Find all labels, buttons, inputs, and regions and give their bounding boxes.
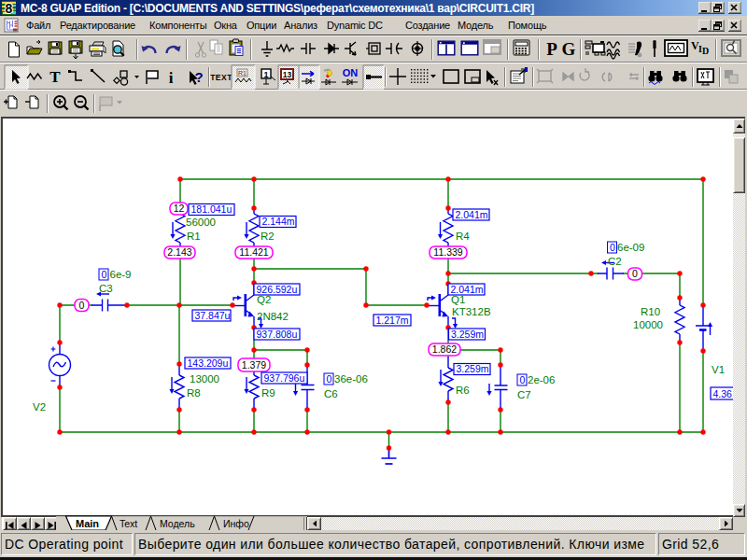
svg-text:Main: Main <box>76 518 99 529</box>
svg-text:0: 0 <box>520 374 526 385</box>
svg-text:36e-06: 36e-06 <box>334 373 368 385</box>
svg-text:Q1: Q1 <box>451 294 465 305</box>
svg-text:C7: C7 <box>517 389 531 400</box>
svg-text:R4: R4 <box>456 231 470 242</box>
svg-text:2.143: 2.143 <box>167 246 191 258</box>
svg-text:R9: R9 <box>261 387 275 399</box>
svg-text:T: T <box>49 68 61 86</box>
svg-text:1.379: 1.379 <box>242 359 266 371</box>
svg-text:11.421: 11.421 <box>239 246 268 258</box>
svg-text:V1: V1 <box>712 364 725 375</box>
svg-text:R6: R6 <box>456 385 470 396</box>
svg-text:0: 0 <box>610 242 615 253</box>
svg-text:i: i <box>169 69 174 87</box>
svg-text:11.339: 11.339 <box>433 246 462 258</box>
svg-text:1.217m: 1.217m <box>376 315 409 326</box>
svg-text:ON: ON <box>343 67 359 78</box>
svg-text:1: 1 <box>263 70 268 79</box>
svg-text:1.862: 1.862 <box>432 343 457 355</box>
svg-text:37.847u: 37.847u <box>195 310 231 321</box>
svg-text:937.796u: 937.796u <box>264 372 305 384</box>
svg-text:10000: 10000 <box>633 319 663 330</box>
svg-text:8: 8 <box>6 1 13 15</box>
svg-text:12: 12 <box>174 203 185 214</box>
svg-text:13: 13 <box>283 70 292 79</box>
svg-text:13000: 13000 <box>190 373 219 385</box>
svg-text:937.808u: 937.808u <box>257 329 298 340</box>
svg-text:56000: 56000 <box>186 217 216 228</box>
svg-text:2.041m: 2.041m <box>456 209 488 220</box>
svg-text:R10: R10 <box>641 306 660 317</box>
svg-text:2e-06: 2e-06 <box>528 374 555 385</box>
svg-text:R1: R1 <box>238 70 247 77</box>
svg-text:Инфо: Инфо <box>223 518 249 529</box>
svg-text:G: G <box>562 39 576 59</box>
svg-text:6e-09: 6e-09 <box>617 242 644 253</box>
svg-text:C3: C3 <box>99 283 113 294</box>
svg-text:Модель: Модель <box>160 518 195 529</box>
svg-text:V2: V2 <box>33 401 46 413</box>
svg-text:2N842: 2N842 <box>257 311 289 322</box>
svg-text:P: P <box>546 39 557 59</box>
svg-text:3.259m: 3.259m <box>451 329 484 340</box>
svg-text:0: 0 <box>632 268 638 279</box>
svg-text:R1: R1 <box>187 231 201 242</box>
svg-text:143.209u: 143.209u <box>188 357 229 369</box>
svg-text:R8: R8 <box>187 387 201 399</box>
svg-text:926.592u: 926.592u <box>257 284 298 295</box>
svg-text:C6: C6 <box>324 388 338 399</box>
svg-text:?: ? <box>194 69 203 85</box>
svg-text:0: 0 <box>102 269 107 280</box>
svg-text:181.041u: 181.041u <box>191 203 233 215</box>
svg-text:3.259m: 3.259m <box>457 363 489 374</box>
svg-text:0: 0 <box>79 300 85 311</box>
svg-text:Q2: Q2 <box>257 294 271 305</box>
svg-text:KT312B: KT312B <box>452 306 491 317</box>
svg-text:R2: R2 <box>261 231 275 242</box>
svg-text:4.36: 4.36 <box>713 388 733 399</box>
svg-text:C2: C2 <box>608 256 622 267</box>
svg-text:6e-9: 6e-9 <box>110 269 132 280</box>
svg-text:D: D <box>702 46 709 56</box>
svg-text:2.041m: 2.041m <box>451 284 484 295</box>
svg-text:0: 0 <box>327 373 332 385</box>
svg-text:2.144m: 2.144m <box>262 216 295 227</box>
svg-text:Text: Text <box>120 518 137 529</box>
svg-text:TEXT: TEXT <box>210 73 233 82</box>
